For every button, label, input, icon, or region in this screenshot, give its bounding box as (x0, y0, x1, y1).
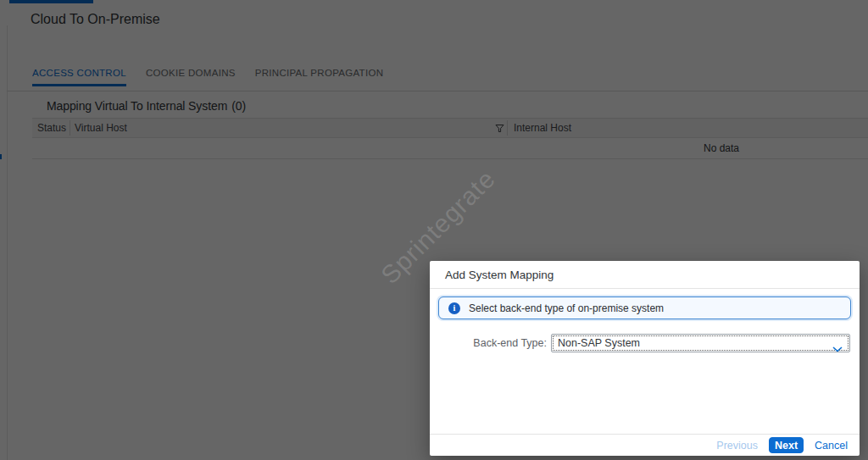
chevron-down-icon (832, 341, 843, 346)
dialog-footer: Previous Next Cancel (430, 434, 860, 456)
dialog-title: Add System Mapping (445, 269, 554, 281)
backend-type-label: Back-end Type: (430, 334, 547, 352)
info-message-strip: i Select back-end type of on-premise sys… (438, 297, 851, 319)
backend-type-select[interactable]: Non-SAP System (551, 334, 850, 352)
dialog-header: Add System Mapping (430, 261, 860, 289)
backend-type-selected-value: Non-SAP System (558, 335, 640, 352)
info-message-text: Select back-end type of on-premise syste… (469, 302, 664, 314)
cancel-button[interactable]: Cancel (815, 440, 848, 452)
info-icon: i (448, 302, 460, 314)
screen: Cloud To On-Premise ACCESS CONTROL COOKI… (0, 0, 868, 460)
add-system-mapping-dialog: Add System Mapping i Select back-end typ… (430, 261, 860, 456)
next-button[interactable]: Next (769, 437, 804, 453)
previous-button[interactable]: Previous (716, 440, 758, 452)
backend-type-form-row: Back-end Type: Non-SAP System (430, 334, 860, 352)
